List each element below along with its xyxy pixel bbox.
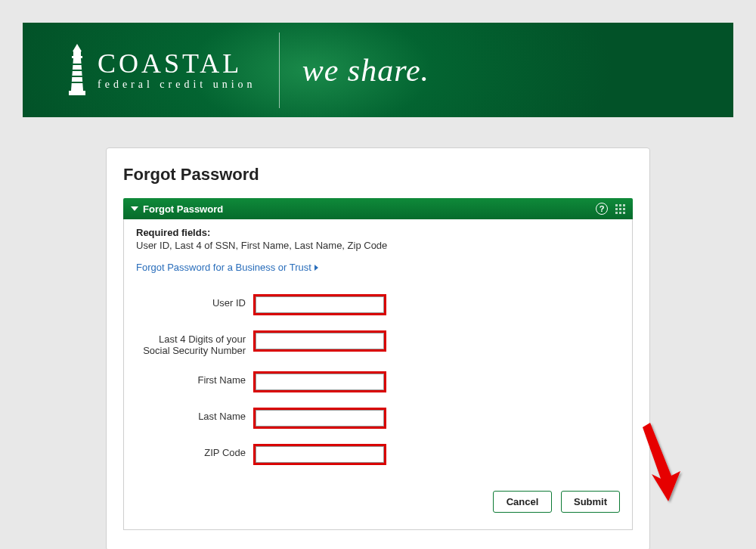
ssn-highlight <box>253 330 386 352</box>
business-trust-link[interactable]: Forgot Password for a Business or Trust <box>136 262 318 273</box>
first-name-label: First Name <box>136 371 253 386</box>
svg-rect-4 <box>69 91 85 95</box>
help-icon[interactable]: ? <box>596 203 608 215</box>
panel-body: Required fields: User ID, Last 4 of SSN,… <box>123 219 633 530</box>
button-bar: Cancel Submit <box>136 491 620 513</box>
banner-divider <box>279 33 280 108</box>
panel-header[interactable]: Forgot Password ? <box>123 198 633 219</box>
zip-input[interactable] <box>256 446 384 463</box>
logo-block: COASTAL federal credit union <box>23 44 256 97</box>
svg-marker-0 <box>73 44 82 51</box>
required-fields-label: Required fields: <box>136 227 620 238</box>
cancel-button[interactable]: Cancel <box>493 491 552 513</box>
ssn-input[interactable] <box>256 333 384 349</box>
brand-tagline: we share. <box>302 52 429 88</box>
last-name-label: Last Name <box>136 408 253 422</box>
brand-banner: COASTAL federal credit union we share. <box>23 23 733 117</box>
ssn-label: Last 4 Digits of your Social Security Nu… <box>136 330 253 356</box>
svg-rect-2 <box>72 56 82 58</box>
first-name-highlight <box>253 371 386 392</box>
last-name-highlight <box>253 408 386 429</box>
user-id-highlight <box>253 294 386 315</box>
zip-label: ZIP Code <box>136 444 253 458</box>
brand-name: COASTAL <box>98 50 256 77</box>
user-id-label: User ID <box>136 294 253 309</box>
form-row-last-name: Last Name <box>136 408 620 429</box>
form-row-first-name: First Name <box>136 371 620 392</box>
submit-button[interactable]: Submit <box>561 491 620 513</box>
form-area: User ID Last 4 Digits of your Social Sec… <box>136 294 620 465</box>
arrow-right-icon <box>314 265 318 271</box>
svg-rect-6 <box>71 70 83 71</box>
caret-down-icon <box>131 206 138 211</box>
business-trust-link-label: Forgot Password for a Business or Trust <box>136 262 311 273</box>
page-title: Forgot Password <box>123 165 633 185</box>
panel-header-label: Forgot Password <box>143 203 223 215</box>
svg-rect-8 <box>71 82 83 83</box>
form-row-ssn: Last 4 Digits of your Social Security Nu… <box>136 330 620 356</box>
required-fields-list: User ID, Last 4 of SSN, First Name, Last… <box>136 240 620 251</box>
last-name-input[interactable] <box>256 410 384 426</box>
drag-handle-icon[interactable] <box>615 204 625 214</box>
brand-subtitle: federal credit union <box>98 79 256 91</box>
lighthouse-icon <box>64 44 90 97</box>
form-row-zip: ZIP Code <box>136 444 620 465</box>
zip-highlight <box>253 444 386 465</box>
user-id-input[interactable] <box>256 296 384 313</box>
svg-rect-1 <box>73 51 81 56</box>
svg-marker-3 <box>71 58 83 91</box>
first-name-input[interactable] <box>256 374 384 390</box>
forgot-password-card: Forgot Password Forgot Password ? Requir… <box>106 147 650 549</box>
svg-rect-5 <box>71 64 83 65</box>
form-row-user-id: User ID <box>136 294 620 315</box>
svg-rect-7 <box>71 76 83 77</box>
